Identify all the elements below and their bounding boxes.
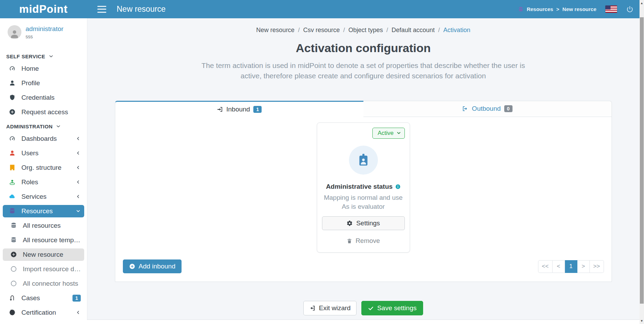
vertical-scrollbar[interactable]: ▲ ▼ (640, 0, 644, 324)
hamburger-menu-icon[interactable] (97, 6, 106, 13)
shield-icon (8, 94, 17, 101)
brand-logo[interactable]: midPoint (0, 3, 87, 16)
tab-inbound[interactable]: Inbound 1 (115, 101, 363, 117)
locale-flag-icon[interactable] (605, 6, 617, 13)
dashboard-gauge-icon (8, 135, 17, 142)
sidebar-item-dashboards[interactable]: Dashboards (3, 132, 84, 145)
settings-button[interactable]: Settings (322, 216, 405, 230)
section-administration[interactable]: ADMINISTRATION (3, 120, 84, 132)
navbar-right-group: Resources > New resource (518, 6, 634, 13)
sidebar-item-cases[interactable]: Cases 1 (3, 292, 84, 304)
breadcrumb-item[interactable]: Csv resource (303, 27, 340, 34)
sidebar-item-label: Services (21, 193, 75, 200)
case-branch-icon (8, 295, 17, 301)
gear-icon (347, 220, 353, 226)
sidebar-item-label: Credentials (21, 94, 81, 101)
circle-outline-icon (9, 280, 18, 287)
lifecycle-state-select[interactable]: Active (372, 128, 404, 139)
mapping-name: Administrative status (326, 183, 392, 190)
chevron-left-icon (75, 150, 81, 156)
pagination-last[interactable]: >> (590, 260, 604, 273)
scrollbar-up-arrow-icon[interactable]: ▲ (640, 1, 644, 6)
exit-wizard-button[interactable]: Exit wizard (303, 301, 357, 315)
check-icon (368, 305, 374, 311)
sidebar-item-all-connector-hosts[interactable]: All connector hosts (3, 277, 84, 290)
sidebar-item-label: Request access (21, 108, 81, 116)
scrollbar-down-arrow-icon[interactable]: ▼ (640, 318, 644, 323)
circle-outline-icon (9, 266, 18, 272)
sidebar-item-label: Users (21, 149, 75, 157)
tab-count-badge: 1 (253, 106, 262, 113)
breadcrumb-item[interactable]: Object types (348, 27, 383, 34)
database-icon (518, 7, 524, 12)
add-inbound-button[interactable]: Add inbound (123, 259, 182, 273)
pagination-prev[interactable]: < (553, 260, 565, 273)
trash-icon (347, 238, 352, 244)
save-settings-button[interactable]: Save settings (361, 301, 423, 315)
sidebar-item-label: Profile (21, 79, 81, 87)
mapping-card: Active Administrative status Map (317, 122, 410, 253)
sidebar-item-request-access[interactable]: Request access (3, 106, 84, 118)
remove-button[interactable]: Remove (347, 237, 380, 245)
sidebar-item-home[interactable]: Home (3, 62, 84, 75)
sidebar-item-org-structure[interactable]: Org. structure (3, 161, 84, 174)
user-panel: administrator sss (0, 18, 87, 46)
building-icon (8, 164, 17, 171)
main-content: New resource / Csv resource / Object typ… (87, 18, 640, 324)
scrollbar-thumb[interactable] (640, 17, 644, 304)
avatar[interactable] (8, 25, 21, 39)
wizard-actions: Exit wizard Save settings (87, 301, 640, 315)
sidebar-item-roles[interactable]: Roles (3, 176, 84, 188)
sidebar-item-resources[interactable]: Resources (3, 205, 84, 217)
info-circle-icon[interactable] (395, 184, 401, 189)
user-name[interactable]: administrator (26, 25, 64, 33)
cases-count-badge: 1 (72, 295, 81, 302)
remove-button-label: Remove (355, 237, 380, 245)
chevron-left-icon (75, 179, 81, 185)
page-description: The term activation is used in midPoint … (191, 60, 536, 81)
lifecycle-state-value: Active (378, 130, 393, 137)
sidebar-item-credentials[interactable]: Credentials (3, 91, 84, 104)
sidebar-item-label: Org. structure (21, 164, 75, 171)
navbar-breadcrumb-current[interactable]: New resource (563, 6, 596, 12)
sidebar-item-profile[interactable]: Profile (3, 77, 84, 89)
sidebar-item-all-resources[interactable]: All resources (3, 219, 84, 232)
navbar-breadcrumb-parent[interactable]: Resources (527, 6, 553, 12)
chevron-left-icon (75, 165, 81, 170)
tab-bar: Inbound 1 Outbound 0 (115, 101, 612, 117)
navbar-breadcrumb[interactable]: Resources > New resource (518, 6, 596, 12)
chevron-left-icon (75, 136, 81, 141)
footer-bar (87, 320, 640, 324)
sidebar-item-all-resource-templates[interactable]: All resource templates (3, 234, 84, 246)
navbar-page-title: New resource (117, 4, 166, 14)
role-person-icon (8, 179, 17, 185)
sidebar-item-import-resource-definition[interactable]: Import resource definit… (3, 263, 84, 275)
tab-outbound[interactable]: Outbound 0 (363, 101, 612, 117)
breadcrumb-item[interactable]: Default account (392, 27, 435, 34)
pagination-page-1[interactable]: 1 (565, 260, 577, 273)
save-settings-label: Save settings (377, 304, 417, 312)
sidebar-item-new-resource[interactable]: New resource (3, 248, 84, 261)
pagination-next[interactable]: > (577, 260, 590, 273)
settings-button-label: Settings (356, 219, 380, 227)
sidebar-item-certification[interactable]: Certification (3, 306, 84, 319)
chevron-down-icon (56, 124, 61, 129)
sign-in-icon (217, 106, 223, 112)
page-title: Activation configuration (87, 41, 640, 55)
breadcrumb-item-current[interactable]: Activation (443, 27, 470, 34)
brand-logo-text: midPoint (19, 3, 68, 16)
sign-out-icon (462, 106, 468, 112)
sidebar-item-label: Dashboards (21, 135, 75, 143)
pagination-first[interactable]: << (538, 260, 553, 273)
logout-power-icon[interactable] (626, 6, 634, 13)
section-self-service[interactable]: SELF SERVICE (3, 50, 84, 62)
user-icon (8, 80, 17, 86)
sidebar-item-label: Certification (21, 309, 75, 316)
sidebar-item-users[interactable]: Users (3, 147, 84, 159)
sidebar-item-services[interactable]: Services (3, 190, 84, 203)
mapping-avatar-circle (349, 146, 378, 175)
sidebar-item-label: Roles (21, 178, 75, 186)
user-icon (8, 150, 17, 156)
user-subtitle: sss (26, 34, 64, 39)
breadcrumb-item[interactable]: New resource (256, 27, 294, 34)
